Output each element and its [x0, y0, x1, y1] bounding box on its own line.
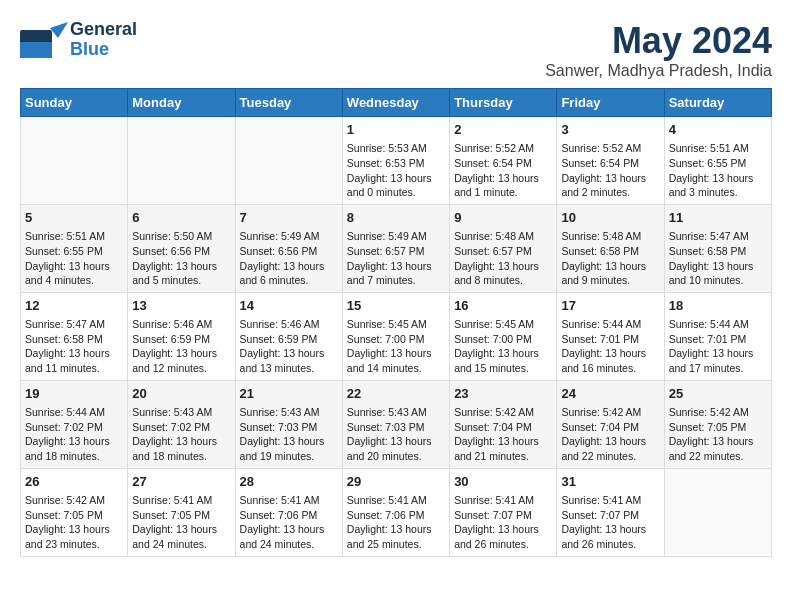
- day-info: Daylight: 13 hours: [132, 522, 230, 537]
- title-block: May 2024 Sanwer, Madhya Pradesh, India: [545, 20, 772, 80]
- day-info: Sunrise: 5:50 AM: [132, 229, 230, 244]
- day-info: Daylight: 13 hours: [240, 259, 338, 274]
- day-info: and 24 minutes.: [132, 537, 230, 552]
- day-info: Sunset: 6:58 PM: [669, 244, 767, 259]
- day-number: 1: [347, 121, 445, 139]
- day-info: Daylight: 13 hours: [454, 434, 552, 449]
- day-info: Sunrise: 5:44 AM: [561, 317, 659, 332]
- day-info: Sunrise: 5:43 AM: [132, 405, 230, 420]
- calendar-cell: 19Sunrise: 5:44 AMSunset: 7:02 PMDayligh…: [21, 380, 128, 468]
- calendar-cell: 23Sunrise: 5:42 AMSunset: 7:04 PMDayligh…: [450, 380, 557, 468]
- day-info: Daylight: 13 hours: [347, 346, 445, 361]
- day-number: 25: [669, 385, 767, 403]
- day-info: Sunrise: 5:43 AM: [347, 405, 445, 420]
- day-info: Sunset: 7:05 PM: [669, 420, 767, 435]
- day-info: Sunrise: 5:44 AM: [25, 405, 123, 420]
- day-info: Sunset: 7:02 PM: [25, 420, 123, 435]
- svg-marker-2: [50, 22, 68, 38]
- day-number: 26: [25, 473, 123, 491]
- day-info: Sunset: 7:04 PM: [454, 420, 552, 435]
- calendar-cell: 29Sunrise: 5:41 AMSunset: 7:06 PMDayligh…: [342, 468, 449, 556]
- day-info: Daylight: 13 hours: [132, 346, 230, 361]
- calendar-cell: [664, 468, 771, 556]
- logo-general: General: [70, 20, 137, 40]
- day-info: and 2 minutes.: [561, 185, 659, 200]
- calendar-cell: 16Sunrise: 5:45 AMSunset: 7:00 PMDayligh…: [450, 292, 557, 380]
- day-info: and 1 minute.: [454, 185, 552, 200]
- calendar-cell: 5Sunrise: 5:51 AMSunset: 6:55 PMDaylight…: [21, 204, 128, 292]
- calendar-cell: 12Sunrise: 5:47 AMSunset: 6:58 PMDayligh…: [21, 292, 128, 380]
- day-number: 20: [132, 385, 230, 403]
- day-info: Sunrise: 5:45 AM: [347, 317, 445, 332]
- day-info: Sunset: 6:57 PM: [347, 244, 445, 259]
- col-header-wednesday: Wednesday: [342, 89, 449, 117]
- day-number: 28: [240, 473, 338, 491]
- day-info: Sunrise: 5:48 AM: [561, 229, 659, 244]
- day-info: Sunset: 7:03 PM: [240, 420, 338, 435]
- day-info: Sunset: 6:56 PM: [132, 244, 230, 259]
- day-info: Sunset: 7:05 PM: [132, 508, 230, 523]
- col-header-saturday: Saturday: [664, 89, 771, 117]
- day-info: Sunrise: 5:52 AM: [561, 141, 659, 156]
- day-number: 23: [454, 385, 552, 403]
- day-info: Daylight: 13 hours: [454, 171, 552, 186]
- calendar-cell: [21, 117, 128, 205]
- day-info: Sunset: 7:07 PM: [561, 508, 659, 523]
- day-number: 9: [454, 209, 552, 227]
- day-info: and 22 minutes.: [669, 449, 767, 464]
- day-info: and 3 minutes.: [669, 185, 767, 200]
- calendar-cell: 20Sunrise: 5:43 AMSunset: 7:02 PMDayligh…: [128, 380, 235, 468]
- calendar-cell: 25Sunrise: 5:42 AMSunset: 7:05 PMDayligh…: [664, 380, 771, 468]
- day-info: Sunrise: 5:42 AM: [669, 405, 767, 420]
- day-info: Sunrise: 5:52 AM: [454, 141, 552, 156]
- day-info: Sunrise: 5:41 AM: [240, 493, 338, 508]
- day-info: Sunrise: 5:47 AM: [669, 229, 767, 244]
- calendar-cell: [235, 117, 342, 205]
- day-info: Sunrise: 5:46 AM: [132, 317, 230, 332]
- day-info: Sunrise: 5:42 AM: [25, 493, 123, 508]
- day-info: Sunrise: 5:45 AM: [454, 317, 552, 332]
- day-info: and 13 minutes.: [240, 361, 338, 376]
- day-info: Daylight: 13 hours: [240, 346, 338, 361]
- calendar-cell: 14Sunrise: 5:46 AMSunset: 6:59 PMDayligh…: [235, 292, 342, 380]
- page-header: General Blue May 2024 Sanwer, Madhya Pra…: [20, 20, 772, 80]
- day-info: Sunset: 7:07 PM: [454, 508, 552, 523]
- day-number: 18: [669, 297, 767, 315]
- day-number: 12: [25, 297, 123, 315]
- day-info: and 15 minutes.: [454, 361, 552, 376]
- day-info: Sunset: 7:06 PM: [240, 508, 338, 523]
- day-info: Sunrise: 5:51 AM: [25, 229, 123, 244]
- calendar-cell: 11Sunrise: 5:47 AMSunset: 6:58 PMDayligh…: [664, 204, 771, 292]
- day-number: 10: [561, 209, 659, 227]
- day-info: Sunrise: 5:43 AM: [240, 405, 338, 420]
- day-info: and 5 minutes.: [132, 273, 230, 288]
- day-info: Sunset: 6:59 PM: [240, 332, 338, 347]
- day-info: and 19 minutes.: [240, 449, 338, 464]
- calendar-cell: 13Sunrise: 5:46 AMSunset: 6:59 PMDayligh…: [128, 292, 235, 380]
- day-info: and 11 minutes.: [25, 361, 123, 376]
- day-number: 24: [561, 385, 659, 403]
- day-number: 14: [240, 297, 338, 315]
- day-info: and 7 minutes.: [347, 273, 445, 288]
- day-info: Daylight: 13 hours: [240, 522, 338, 537]
- day-number: 13: [132, 297, 230, 315]
- day-info: and 22 minutes.: [561, 449, 659, 464]
- calendar-cell: 24Sunrise: 5:42 AMSunset: 7:04 PMDayligh…: [557, 380, 664, 468]
- day-info: Daylight: 13 hours: [25, 522, 123, 537]
- day-info: and 0 minutes.: [347, 185, 445, 200]
- calendar-cell: 9Sunrise: 5:48 AMSunset: 6:57 PMDaylight…: [450, 204, 557, 292]
- day-info: Sunset: 6:55 PM: [25, 244, 123, 259]
- day-info: Sunset: 7:01 PM: [561, 332, 659, 347]
- calendar-cell: 10Sunrise: 5:48 AMSunset: 6:58 PMDayligh…: [557, 204, 664, 292]
- calendar-cell: 4Sunrise: 5:51 AMSunset: 6:55 PMDaylight…: [664, 117, 771, 205]
- day-info: Sunset: 7:06 PM: [347, 508, 445, 523]
- calendar-cell: 6Sunrise: 5:50 AMSunset: 6:56 PMDaylight…: [128, 204, 235, 292]
- day-info: and 9 minutes.: [561, 273, 659, 288]
- col-header-thursday: Thursday: [450, 89, 557, 117]
- day-info: Sunrise: 5:41 AM: [347, 493, 445, 508]
- day-info: Daylight: 13 hours: [454, 346, 552, 361]
- day-info: Sunrise: 5:42 AM: [454, 405, 552, 420]
- day-info: and 16 minutes.: [561, 361, 659, 376]
- day-info: Sunset: 6:57 PM: [454, 244, 552, 259]
- day-info: Daylight: 13 hours: [561, 522, 659, 537]
